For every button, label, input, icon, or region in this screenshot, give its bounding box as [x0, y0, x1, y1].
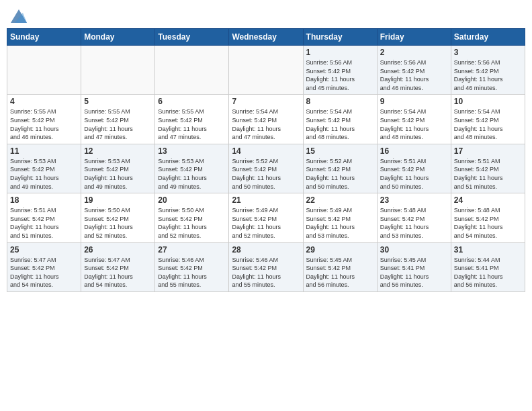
day-info: Sunrise: 5:53 AM Sunset: 5:42 PM Dayligh… [158, 157, 226, 191]
day-number: 23 [380, 195, 448, 205]
day-number: 21 [232, 195, 300, 205]
col-header-thursday: Thursday [303, 29, 377, 46]
day-number: 28 [232, 245, 300, 255]
day-number: 1 [306, 48, 374, 57]
day-info: Sunrise: 5:56 AM Sunset: 5:42 PM Dayligh… [454, 58, 522, 92]
calendar-cell: 30Sunrise: 5:45 AM Sunset: 5:41 PM Dayli… [377, 242, 451, 291]
day-number: 10 [454, 97, 522, 106]
day-number: 29 [306, 245, 374, 255]
day-info: Sunrise: 5:52 AM Sunset: 5:42 PM Dayligh… [306, 157, 374, 191]
day-info: Sunrise: 5:48 AM Sunset: 5:42 PM Dayligh… [454, 206, 522, 240]
calendar-cell: 1Sunrise: 5:56 AM Sunset: 5:42 PM Daylig… [303, 46, 377, 95]
calendar-cell: 5Sunrise: 5:55 AM Sunset: 5:42 PM Daylig… [81, 95, 155, 144]
calendar-cell: 15Sunrise: 5:52 AM Sunset: 5:42 PM Dayli… [303, 144, 377, 193]
calendar-cell: 28Sunrise: 5:46 AM Sunset: 5:42 PM Dayli… [229, 242, 303, 291]
day-number: 6 [158, 97, 226, 106]
day-number: 27 [158, 245, 226, 255]
calendar-cell [155, 46, 229, 95]
calendar-cell: 19Sunrise: 5:50 AM Sunset: 5:42 PM Dayli… [81, 193, 155, 242]
calendar-cell: 4Sunrise: 5:55 AM Sunset: 5:42 PM Daylig… [7, 95, 81, 144]
calendar-cell: 24Sunrise: 5:48 AM Sunset: 5:42 PM Dayli… [451, 193, 525, 242]
calendar-cell: 31Sunrise: 5:44 AM Sunset: 5:41 PM Dayli… [451, 242, 525, 291]
calendar-cell: 29Sunrise: 5:45 AM Sunset: 5:42 PM Dayli… [303, 242, 377, 291]
day-info: Sunrise: 5:46 AM Sunset: 5:42 PM Dayligh… [232, 256, 300, 289]
calendar-cell: 22Sunrise: 5:49 AM Sunset: 5:42 PM Dayli… [303, 193, 377, 242]
calendar-cell: 16Sunrise: 5:51 AM Sunset: 5:42 PM Dayli… [377, 144, 451, 193]
day-info: Sunrise: 5:54 AM Sunset: 5:42 PM Dayligh… [380, 107, 448, 141]
day-info: Sunrise: 5:51 AM Sunset: 5:42 PM Dayligh… [454, 157, 522, 191]
page-header [7, 7, 525, 23]
day-number: 9 [380, 97, 448, 106]
calendar-week-row: 18Sunrise: 5:51 AM Sunset: 5:42 PM Dayli… [7, 193, 525, 242]
day-info: Sunrise: 5:56 AM Sunset: 5:42 PM Dayligh… [380, 58, 448, 92]
day-number: 15 [306, 146, 374, 156]
day-info: Sunrise: 5:51 AM Sunset: 5:42 PM Dayligh… [380, 157, 448, 191]
day-info: Sunrise: 5:51 AM Sunset: 5:42 PM Dayligh… [10, 206, 78, 240]
calendar-cell: 14Sunrise: 5:52 AM Sunset: 5:42 PM Dayli… [229, 144, 303, 193]
calendar-cell [7, 46, 81, 95]
day-number: 19 [84, 195, 152, 205]
calendar-cell [81, 46, 155, 95]
calendar-header-row: SundayMondayTuesdayWednesdayThursdayFrid… [7, 29, 525, 46]
day-number: 17 [454, 146, 522, 156]
day-info: Sunrise: 5:50 AM Sunset: 5:42 PM Dayligh… [158, 206, 226, 240]
day-number: 4 [10, 97, 78, 106]
calendar-cell: 20Sunrise: 5:50 AM Sunset: 5:42 PM Dayli… [155, 193, 229, 242]
calendar-cell: 18Sunrise: 5:51 AM Sunset: 5:42 PM Dayli… [7, 193, 81, 242]
day-number: 8 [306, 97, 374, 106]
col-header-sunday: Sunday [7, 29, 81, 46]
calendar-cell: 21Sunrise: 5:49 AM Sunset: 5:42 PM Dayli… [229, 193, 303, 242]
col-header-saturday: Saturday [451, 29, 525, 46]
col-header-friday: Friday [377, 29, 451, 46]
day-info: Sunrise: 5:55 AM Sunset: 5:42 PM Dayligh… [158, 107, 226, 141]
col-header-wednesday: Wednesday [229, 29, 303, 46]
day-number: 11 [10, 146, 78, 156]
day-number: 31 [454, 245, 522, 255]
day-info: Sunrise: 5:49 AM Sunset: 5:42 PM Dayligh… [232, 206, 300, 240]
day-info: Sunrise: 5:45 AM Sunset: 5:41 PM Dayligh… [380, 256, 448, 289]
calendar-week-row: 4Sunrise: 5:55 AM Sunset: 5:42 PM Daylig… [7, 95, 525, 144]
day-info: Sunrise: 5:53 AM Sunset: 5:42 PM Dayligh… [84, 157, 152, 191]
calendar-cell: 12Sunrise: 5:53 AM Sunset: 5:42 PM Dayli… [81, 144, 155, 193]
calendar-cell: 7Sunrise: 5:54 AM Sunset: 5:42 PM Daylig… [229, 95, 303, 144]
col-header-tuesday: Tuesday [155, 29, 229, 46]
calendar-cell: 27Sunrise: 5:46 AM Sunset: 5:42 PM Dayli… [155, 242, 229, 291]
day-info: Sunrise: 5:55 AM Sunset: 5:42 PM Dayligh… [84, 107, 152, 141]
day-info: Sunrise: 5:47 AM Sunset: 5:42 PM Dayligh… [10, 256, 78, 289]
calendar-table: SundayMondayTuesdayWednesdayThursdayFrid… [7, 28, 525, 292]
calendar-cell: 11Sunrise: 5:53 AM Sunset: 5:42 PM Dayli… [7, 144, 81, 193]
day-info: Sunrise: 5:45 AM Sunset: 5:42 PM Dayligh… [306, 256, 374, 289]
day-number: 25 [10, 245, 78, 255]
day-number: 2 [380, 48, 448, 57]
day-info: Sunrise: 5:48 AM Sunset: 5:42 PM Dayligh… [380, 206, 448, 240]
calendar-week-row: 1Sunrise: 5:56 AM Sunset: 5:42 PM Daylig… [7, 46, 525, 95]
calendar-cell [229, 46, 303, 95]
logo [9, 9, 27, 23]
day-info: Sunrise: 5:53 AM Sunset: 5:42 PM Dayligh… [10, 157, 78, 191]
calendar-cell: 9Sunrise: 5:54 AM Sunset: 5:42 PM Daylig… [377, 95, 451, 144]
day-number: 12 [84, 146, 152, 156]
calendar-cell: 8Sunrise: 5:54 AM Sunset: 5:42 PM Daylig… [303, 95, 377, 144]
day-number: 30 [380, 245, 448, 255]
calendar-week-row: 11Sunrise: 5:53 AM Sunset: 5:42 PM Dayli… [7, 144, 525, 193]
day-number: 7 [232, 97, 300, 106]
day-number: 24 [454, 195, 522, 205]
day-info: Sunrise: 5:50 AM Sunset: 5:42 PM Dayligh… [84, 206, 152, 240]
calendar-cell: 23Sunrise: 5:48 AM Sunset: 5:42 PM Dayli… [377, 193, 451, 242]
day-info: Sunrise: 5:54 AM Sunset: 5:42 PM Dayligh… [232, 107, 300, 141]
calendar-cell: 13Sunrise: 5:53 AM Sunset: 5:42 PM Dayli… [155, 144, 229, 193]
calendar-cell: 3Sunrise: 5:56 AM Sunset: 5:42 PM Daylig… [451, 46, 525, 95]
calendar-cell: 25Sunrise: 5:47 AM Sunset: 5:42 PM Dayli… [7, 242, 81, 291]
calendar-cell: 17Sunrise: 5:51 AM Sunset: 5:42 PM Dayli… [451, 144, 525, 193]
day-info: Sunrise: 5:55 AM Sunset: 5:42 PM Dayligh… [10, 107, 78, 141]
logo-icon [11, 9, 27, 23]
calendar-week-row: 25Sunrise: 5:47 AM Sunset: 5:42 PM Dayli… [7, 242, 525, 291]
day-info: Sunrise: 5:54 AM Sunset: 5:42 PM Dayligh… [306, 107, 374, 141]
day-info: Sunrise: 5:47 AM Sunset: 5:42 PM Dayligh… [84, 256, 152, 289]
day-number: 5 [84, 97, 152, 106]
day-number: 26 [84, 245, 152, 255]
day-info: Sunrise: 5:52 AM Sunset: 5:42 PM Dayligh… [232, 157, 300, 191]
calendar-cell: 26Sunrise: 5:47 AM Sunset: 5:42 PM Dayli… [81, 242, 155, 291]
day-info: Sunrise: 5:49 AM Sunset: 5:42 PM Dayligh… [306, 206, 374, 240]
day-number: 14 [232, 146, 300, 156]
